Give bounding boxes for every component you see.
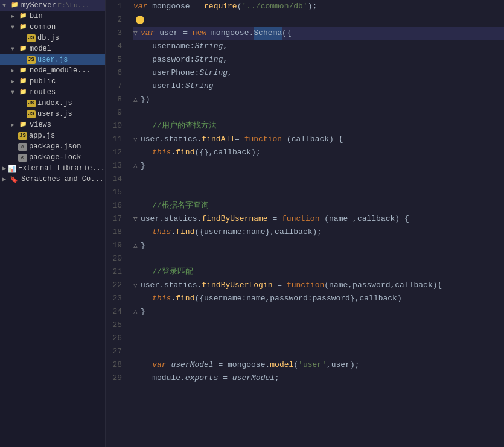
line-num-28: 28: [106, 358, 122, 372]
sidebar-item-extlibs[interactable]: ▶ 📊 External Librarie...: [0, 163, 105, 174]
fold-marker-13[interactable]: △: [133, 159, 139, 173]
type: String: [194, 53, 223, 66]
exports-italic: exports: [185, 372, 219, 385]
plain: =: [235, 133, 244, 146]
lightbulb-icon[interactable]: [136, 16, 144, 24]
plain: [133, 226, 152, 239]
plain: user.statics.: [141, 279, 202, 292]
no-arrow: [19, 35, 27, 42]
fold-marker-11[interactable]: ▽: [133, 133, 139, 146]
line-num-10: 10: [106, 119, 122, 133]
code-line-11: ▽ user.statics. findAll = function (call…: [133, 133, 504, 146]
sidebar-item-scratches[interactable]: ▶ 🔖 Scratches and Co...: [0, 174, 105, 185]
plain: ,: [228, 66, 232, 80]
method-name: findAll: [202, 133, 235, 146]
plain: .: [171, 292, 176, 305]
sidebar-item-userjs[interactable]: JS user.js: [0, 54, 105, 65]
code-line-26: [133, 332, 504, 345]
expand-arrow: ▶: [11, 67, 18, 74]
fold-marker-19[interactable]: △: [133, 239, 139, 252]
sidebar-item-common[interactable]: ▼ 📁 common: [0, 22, 105, 33]
code-line-27: [133, 345, 504, 358]
fold-marker-8[interactable]: △: [133, 93, 139, 106]
plain: ;: [275, 372, 279, 385]
sidebar-item-nodemodules[interactable]: ▶ 📁 node_module...: [0, 65, 105, 76]
sidebar-path: E:\Lu...: [58, 2, 90, 9]
var-name-italic: userModel: [171, 358, 213, 372]
sidebar-item-appjs[interactable]: JS app.js: [0, 130, 105, 141]
sidebar-item-dbjs[interactable]: JS db.js: [0, 33, 105, 43]
usermodel-italic: userModel: [232, 372, 275, 385]
sidebar-item-public[interactable]: ▶ 📁 public: [0, 76, 105, 87]
folder-icon: 📁: [18, 45, 28, 53]
plain: mongoose =: [147, 0, 204, 13]
file-tree: ▼ 📁 myServer E:\Lu... ▶ 📁 bin ▼ 📁 common…: [0, 0, 106, 447]
code-line-22: ▽ user.statics. findByUserLogin = functi…: [133, 279, 504, 292]
plain: }): [141, 93, 150, 106]
line-num-18: 18: [106, 226, 122, 239]
sidebar-item-views[interactable]: ▶ 📁 views: [0, 119, 105, 130]
plain: .: [249, 27, 254, 40]
sidebar-item-packagelock[interactable]: ⚙ package-lock: [0, 152, 105, 163]
plain: password:: [133, 53, 194, 66]
code-line-3: ▽ var user = new mongoose . Schema ({: [133, 27, 504, 40]
code-line-18: this . find ({username:name},callback);: [133, 226, 504, 239]
sidebar-item-indexjs[interactable]: JS index.js: [0, 98, 105, 109]
comment: //用户的查找方法: [133, 119, 217, 133]
expand-arrow: ▶: [2, 176, 10, 183]
line-num-26: 26: [106, 332, 122, 345]
plain: .: [171, 146, 176, 159]
plain: = mongoose.: [214, 358, 270, 372]
code-line-21: //登录匹配: [133, 265, 504, 279]
folder-icon: 📁: [18, 88, 28, 97]
fold-marker-17[interactable]: ▽: [133, 212, 139, 226]
folder-icon: 📁: [18, 66, 28, 75]
method-name: find: [176, 146, 194, 159]
expand-arrow: ▼: [11, 24, 18, 31]
js-file-icon: JS: [27, 110, 36, 118]
sidebar-item-usersjs[interactable]: JS users.js: [0, 109, 105, 119]
code-line-19: △ }: [133, 239, 504, 252]
expand-arrow: ▼: [11, 46, 18, 52]
code-line-29: module. exports = userModel ;: [133, 372, 504, 385]
sidebar-item-packagejson[interactable]: ⚙ package.json: [0, 141, 105, 152]
code-line-12: this . find ({},callback);: [133, 146, 504, 159]
plain: user.statics.: [141, 133, 202, 146]
sidebar-label-appjs: app.js: [29, 132, 55, 140]
plain: [167, 358, 171, 372]
code-line-9: [133, 106, 504, 119]
line-num-24: 24: [106, 305, 122, 319]
sidebar-label-packagelock: package-lock: [29, 153, 81, 162]
sidebar-item-bin[interactable]: ▶ 📁 bin: [0, 11, 105, 22]
line-num-8: 8: [106, 93, 122, 106]
line-num-6: 6: [106, 66, 122, 80]
line-num-2: 2: [106, 13, 122, 27]
no-arrow: [19, 57, 27, 63]
code-line-17: ▽ user.statics. findByUsername = functio…: [133, 212, 504, 226]
code-line-10: //用户的查找方法: [133, 119, 504, 133]
string-literal: '../common/db': [241, 0, 307, 13]
sidebar-label-packagejson: package.json: [29, 142, 81, 151]
code-content[interactable]: var mongoose = require ( '../common/db' …: [127, 0, 504, 447]
plain: userId:: [133, 80, 185, 93]
fold-marker-3[interactable]: ▽: [133, 27, 139, 40]
js-file-icon: JS: [27, 56, 36, 64]
code-line-16: //根据名字查询: [133, 199, 504, 212]
sidebar-item-myserver[interactable]: ▼ 📁 myServer E:\Lu...: [0, 0, 105, 11]
code-line-20: [133, 252, 504, 265]
folder-icon: 📁: [18, 12, 28, 21]
code-line-4: username: String ,: [133, 40, 504, 53]
code-line-28: var userModel = mongoose. model ( 'user'…: [133, 358, 504, 372]
sidebar-item-model[interactable]: ▼ 📁 model: [0, 43, 105, 54]
sidebar-label-dbjs: db.js: [37, 34, 59, 42]
line-num-20: 20: [106, 252, 122, 265]
plain: ({},callback);: [194, 146, 260, 159]
fold-marker-24[interactable]: △: [133, 305, 139, 319]
line-num-1: 1: [106, 0, 122, 13]
schema-hl: Schema: [254, 27, 282, 40]
sidebar-item-routes[interactable]: ▼ 📁 routes: [0, 87, 105, 98]
type: String: [199, 66, 228, 80]
folder-icon: 📁: [18, 121, 28, 129]
line-num-11: 11: [106, 133, 122, 146]
fold-marker-22[interactable]: ▽: [133, 279, 139, 292]
